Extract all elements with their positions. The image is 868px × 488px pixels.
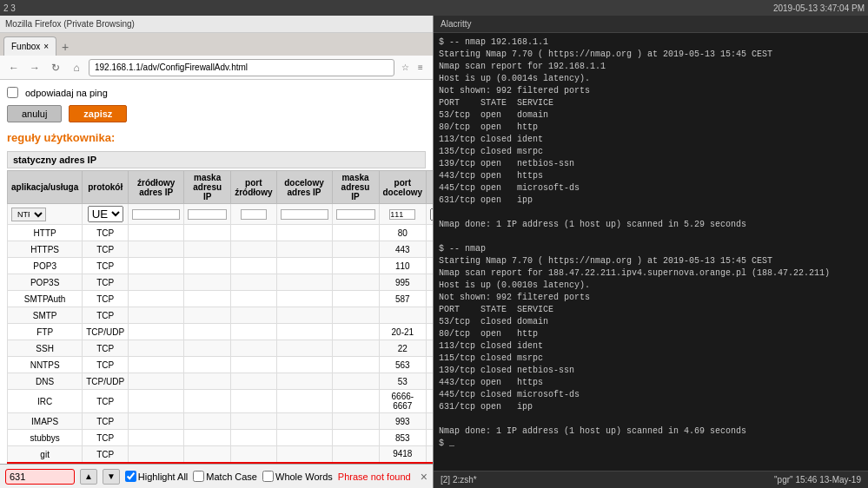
src-ip-input[interactable]	[132, 209, 180, 220]
main-container: Mozilla Firefox (Private Browsing) Funbo…	[0, 16, 868, 488]
bookmark-icon[interactable]: ☆	[398, 61, 412, 75]
firefox-urlbar: ← → ↻ ⌂ ☆ ≡	[0, 56, 433, 80]
col-proto: protokół	[83, 171, 129, 204]
firefox-titlebar: Mozilla Firefox (Private Browsing)	[0, 16, 433, 33]
find-prev-btn[interactable]: ▲	[80, 469, 97, 485]
new-tab-btn[interactable]: +	[56, 38, 74, 56]
zapisz-button[interactable]: zapisz	[69, 105, 127, 122]
data-cell	[129, 324, 184, 340]
table-row: stubbysTCP853akceptujusuń	[8, 430, 434, 446]
terminal-content[interactable]: $ -- nmap 192.168.1.1Starting Nmap 7.70 …	[434, 33, 868, 471]
data-cell	[129, 307, 184, 324]
match-case-checkbox[interactable]	[193, 471, 204, 482]
input-dst-ip[interactable]	[276, 204, 332, 225]
whole-words-check[interactable]: Whole Words	[262, 471, 333, 482]
col-src-port: port źródłowy	[231, 171, 276, 204]
data-cell	[129, 413, 184, 430]
data-cell	[129, 291, 184, 307]
menu-icon[interactable]: ≡	[414, 61, 427, 75]
data-cell	[332, 258, 379, 274]
find-next-btn[interactable]: ▼	[103, 469, 120, 485]
terminal-line: 631/tcp open ipp	[439, 195, 863, 207]
app-select[interactable]: NTP	[11, 208, 46, 221]
whole-words-checkbox[interactable]	[262, 471, 274, 482]
data-cell: 587	[379, 291, 427, 307]
highlight-all-checkbox[interactable]	[125, 471, 136, 482]
data-cell	[231, 241, 276, 258]
input-src-port[interactable]	[231, 204, 276, 225]
highlight-all-check[interactable]: Highlight All	[125, 471, 188, 482]
table-row: SMTPAuthTCP587akceptujusuń	[8, 291, 434, 307]
anuluj-button[interactable]: anuluj	[7, 105, 62, 122]
find-close-btn[interactable]: ×	[421, 470, 427, 484]
terminal-line: 443/tcp open https	[439, 377, 863, 389]
find-input[interactable]	[5, 469, 75, 485]
action-cell: akceptuj	[427, 258, 433, 274]
terminal-line: Not shown: 992 filtered ports	[439, 292, 863, 304]
match-case-check[interactable]: Match Case	[193, 471, 257, 482]
data-cell: SSH	[8, 340, 83, 357]
active-tab[interactable]: Funbox ×	[3, 36, 56, 56]
action-select[interactable]: →	[430, 208, 433, 221]
data-cell	[184, 390, 231, 413]
terminal-line: 115/tcp closed msrpc	[439, 353, 863, 365]
data-cell: TCP	[83, 413, 129, 430]
input-proto[interactable]: UE	[83, 204, 129, 225]
data-cell	[332, 274, 379, 291]
terminal-line: $ -- nmap 192.168.1.1	[439, 36, 863, 49]
ping-checkbox[interactable]	[7, 87, 18, 98]
input-src-mask[interactable]	[184, 204, 231, 225]
data-cell	[129, 373, 184, 390]
tab-close-btn[interactable]: ×	[43, 42, 49, 51]
input-dst-mask[interactable]	[332, 204, 379, 225]
input-src-ip[interactable]	[129, 204, 184, 225]
proto-select[interactable]: UE	[88, 206, 123, 222]
terminal-title: Alacritty	[441, 19, 472, 29]
data-cell	[231, 307, 276, 324]
refresh-btn[interactable]: ↻	[47, 59, 64, 76]
url-input[interactable]	[89, 59, 394, 76]
data-cell: TCP/UDP	[83, 324, 129, 340]
phrase-not-found: Phrase not found	[338, 472, 411, 482]
highlight-all-label: Highlight All	[138, 472, 188, 482]
forward-btn[interactable]: →	[26, 59, 43, 76]
action-cell: akceptuj	[427, 413, 433, 430]
dst-mask-input[interactable]	[336, 209, 375, 220]
data-cell	[332, 340, 379, 357]
table-row: SMTPTCPakceptujusuń	[8, 307, 434, 324]
data-cell	[231, 357, 276, 373]
data-cell: 53	[379, 373, 427, 390]
data-cell	[332, 446, 379, 463]
input-dst-port[interactable]	[379, 204, 427, 225]
src-mask-input[interactable]	[188, 209, 227, 220]
src-port-input[interactable]	[241, 209, 267, 220]
input-app[interactable]: NTP	[8, 204, 83, 225]
home-btn[interactable]: ⌂	[68, 59, 85, 76]
data-cell	[184, 225, 231, 241]
input-action[interactable]: →	[427, 204, 433, 225]
terminal-line: 443/tcp open https	[439, 170, 863, 182]
terminal-line: 53/tcp closed domain	[439, 316, 863, 328]
data-cell	[276, 274, 332, 291]
terminal-line	[439, 207, 863, 219]
back-btn[interactable]: ←	[5, 59, 23, 76]
col-app: aplikacja/usługa	[8, 171, 83, 204]
data-cell	[332, 357, 379, 373]
col-src-mask: maska adresu IP	[184, 171, 231, 204]
dst-port-input[interactable]	[389, 209, 415, 220]
data-cell: TCP	[83, 357, 129, 373]
action-cell: akceptuj	[427, 340, 433, 357]
data-cell: stubbys	[8, 430, 83, 446]
col-action: akcja	[427, 171, 433, 204]
terminal-line: 445/tcp open microsoft-ds	[439, 182, 863, 195]
terminal-line	[439, 413, 863, 425]
action-cell: odrzuć	[427, 390, 433, 413]
top-bar: 2 3 2019-05-13 3:47:04 PM	[0, 0, 868, 16]
data-cell: 20-21	[379, 324, 427, 340]
whole-words-label: Whole Words	[275, 472, 333, 482]
data-cell	[129, 274, 184, 291]
data-cell	[129, 357, 184, 373]
terminal-line: 80/tcp open http	[439, 328, 863, 340]
dst-ip-input[interactable]	[281, 209, 328, 220]
data-cell: HTTP	[8, 225, 83, 241]
